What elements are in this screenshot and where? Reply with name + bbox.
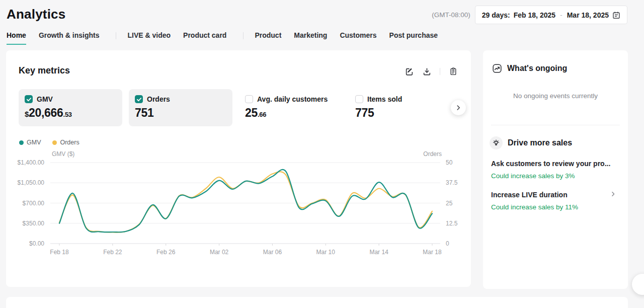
svg-text:Orders: Orders: [423, 150, 442, 158]
lightbulb-icon: [490, 136, 503, 149]
metric-tile-avg-daily-customers[interactable]: Avg. daily customers 25.66: [239, 89, 343, 126]
checkbox-avg-daily-customers[interactable]: [245, 95, 253, 103]
metric-tile-orders[interactable]: Orders 751: [129, 89, 232, 126]
clipboard-icon: [449, 67, 457, 75]
svg-text:50: 50: [446, 159, 453, 166]
svg-text:Feb 22: Feb 22: [103, 249, 122, 256]
page-title: Analytics: [7, 7, 65, 22]
metric-tile-items-sold[interactable]: Items sold 775: [349, 89, 453, 126]
drive-suggestion-title[interactable]: Increase LIVE duration: [491, 191, 612, 199]
drive-suggestion-benefit[interactable]: Could increase sales by 3%: [491, 172, 575, 180]
date-range-picker[interactable]: 29 days: Feb 18, 2025 - Mar 18, 2025: [475, 6, 627, 24]
timezone-label: (GMT-08:00): [432, 11, 470, 19]
tab-post-purchase[interactable]: Post purchase: [389, 31, 438, 44]
whats-ongoing-header: What's ongoing: [492, 63, 567, 73]
svg-text:$700.00: $700.00: [23, 200, 45, 207]
tab-product-card[interactable]: Product card: [183, 31, 226, 44]
svg-text:Mar 06: Mar 06: [263, 249, 282, 256]
svg-text:GMV ($): GMV ($): [52, 150, 74, 158]
metrics-carousel-next-button[interactable]: [451, 100, 466, 115]
tab-divider: [116, 32, 116, 39]
tab-divider: [243, 32, 244, 39]
metric-label: Items sold: [367, 95, 402, 103]
metric-value: 751: [135, 106, 226, 120]
date-range-separator: -: [559, 11, 564, 19]
toolbar-divider: [440, 68, 440, 75]
drive-more-sales-title: Drive more sales: [508, 138, 572, 147]
svg-text:12.5: 12.5: [446, 220, 458, 227]
checkbox-gmv[interactable]: [25, 95, 33, 103]
date-range-start: Feb 18, 2025: [514, 11, 555, 19]
tab-growth-insights[interactable]: Growth & insights: [39, 31, 100, 44]
tab-live-video[interactable]: LIVE & video: [127, 31, 171, 44]
svg-text:$1,050.00: $1,050.00: [18, 179, 45, 186]
metric-label: Orders: [147, 95, 170, 103]
tab-home[interactable]: Home: [7, 31, 26, 45]
whats-ongoing-title: What's ongoing: [507, 64, 567, 73]
svg-text:25: 25: [446, 200, 453, 207]
metric-label: GMV: [37, 95, 53, 103]
svg-text:Mar 18: Mar 18: [423, 249, 442, 256]
svg-text:0: 0: [446, 240, 449, 247]
date-range-days: 29 days:: [482, 11, 510, 19]
svg-text:37.5: 37.5: [446, 179, 458, 186]
svg-text:Feb 18: Feb 18: [50, 249, 69, 256]
key-metrics-line-chart[interactable]: $1,400.0050$1,050.0037.5$700.0025$350.00…: [6, 148, 471, 264]
legend-item-gmv[interactable]: GMV: [19, 139, 41, 146]
edit-metrics-button[interactable]: [405, 67, 414, 76]
download-button[interactable]: [422, 67, 431, 76]
checkbox-orders[interactable]: [135, 95, 143, 103]
svg-text:Mar 02: Mar 02: [210, 249, 229, 256]
drive-suggestion-title[interactable]: Ask customers to review your pro...: [491, 160, 612, 168]
metric-row: GMV $20,666.53 Orders 751 Avg. daily cus…: [19, 89, 453, 126]
key-metrics-title: Key metrics: [19, 65, 70, 76]
next-section-card: [6, 297, 628, 308]
metric-value: 775: [355, 106, 447, 120]
analytics-tab-bar: Home Growth & insights LIVE & video Prod…: [7, 31, 450, 46]
tab-marketing[interactable]: Marketing: [294, 31, 327, 44]
drive-more-sales-header[interactable]: Drive more sales: [490, 136, 572, 149]
header-right: (GMT-08:00) 29 days: Feb 18, 2025 - Mar …: [432, 6, 627, 24]
metric-value: $20,666.53: [25, 106, 116, 120]
tab-customers[interactable]: Customers: [340, 31, 376, 44]
side-panel: What's ongoing No ongoing events current…: [483, 50, 628, 289]
svg-text:Feb 26: Feb 26: [156, 249, 176, 256]
edit-icon: [405, 67, 414, 76]
drive-suggestion-benefit[interactable]: Could increase sales by 11%: [491, 203, 578, 211]
metric-tile-gmv[interactable]: GMV $20,666.53: [19, 89, 122, 126]
side-divider: [491, 125, 620, 125]
svg-text:$350.00: $350.00: [23, 220, 45, 227]
floating-action-button[interactable]: [632, 274, 644, 295]
date-range-end: Mar 18, 2025: [567, 11, 609, 19]
metric-value: 25.66: [245, 106, 337, 120]
gmv-legend-dot-icon: [19, 140, 24, 145]
key-metrics-card: Key metrics: [6, 50, 471, 287]
svg-text:$1,400.00: $1,400.00: [18, 159, 45, 166]
orders-legend-dot-icon: [52, 140, 57, 145]
chart-legend: GMV Orders: [19, 139, 79, 146]
svg-text:$0.00: $0.00: [29, 240, 44, 247]
trend-chart-icon: [492, 63, 502, 73]
download-icon: [423, 67, 431, 76]
tab-product[interactable]: Product: [255, 31, 281, 44]
chevron-right-icon: [455, 104, 462, 111]
metric-label: Avg. daily customers: [257, 95, 328, 103]
svg-text:Mar 14: Mar 14: [369, 249, 388, 256]
legend-item-orders[interactable]: Orders: [52, 139, 79, 146]
checkbox-items-sold[interactable]: [355, 95, 363, 103]
report-button[interactable]: [449, 67, 458, 76]
key-metrics-toolbar: [405, 67, 458, 76]
calendar-icon: [612, 11, 620, 19]
no-ongoing-events-text: No ongoing events currently: [483, 92, 628, 100]
svg-text:Mar 10: Mar 10: [316, 249, 336, 256]
